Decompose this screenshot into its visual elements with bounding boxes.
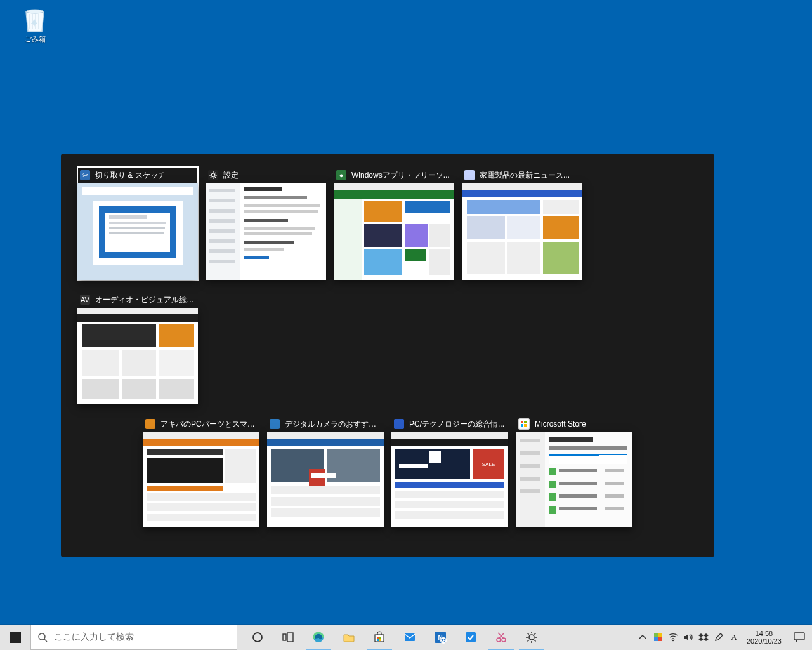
search-placeholder: ここに入力して検索 [54, 632, 134, 643]
window-title: 切り取り & スケッチ [95, 170, 166, 181]
taskbar-edge-button[interactable] [303, 625, 334, 650]
cortana-icon [251, 631, 264, 644]
snip-icon [495, 631, 508, 644]
svg-point-20 [253, 633, 262, 642]
svg-line-9 [215, 173, 216, 173]
svg-rect-35 [466, 632, 476, 642]
svg-rect-27 [379, 637, 381, 639]
svg-line-48 [534, 633, 535, 635]
recycle-bin-icon [22, 6, 48, 34]
svg-line-6 [211, 173, 211, 173]
taskbar-taskview-button[interactable] [273, 625, 303, 650]
task-view-window[interactable]: 家電製品の最新ニュース... [462, 167, 582, 280]
svg-line-46 [534, 640, 535, 641]
window-header: アキバのPCパーツとスマホ... [143, 416, 259, 432]
svg-rect-14 [10, 632, 15, 637]
neat-icon: N22 [434, 631, 447, 644]
task-view-window[interactable]: デジタルカメラのおすすめ... [267, 416, 384, 527]
taskbar-neat-button[interactable]: N22 [425, 625, 455, 650]
svg-rect-50 [658, 633, 662, 637]
taskbar-snip-button[interactable] [486, 625, 516, 650]
window-header: 家電製品の最新ニュース... [462, 167, 582, 183]
search-box[interactable]: ここに入力して検索 [30, 625, 237, 650]
tray-pen[interactable] [711, 625, 726, 650]
svg-rect-22 [287, 633, 293, 642]
task-view-window[interactable]: 設定 [206, 167, 326, 280]
window-thumbnail [77, 183, 198, 280]
window-thumbnail [77, 308, 198, 404]
taskbar-explorer-button[interactable] [334, 625, 364, 650]
tray-dropbox[interactable] [696, 625, 711, 650]
taskbar-mail-button[interactable] [395, 625, 425, 650]
window-header: ●Windowsアプリ・フリーソ... [334, 167, 454, 183]
svg-rect-30 [405, 633, 415, 641]
system-tray: A 14:58 2020/10/23 [635, 625, 812, 650]
window-thumbnail [462, 183, 582, 280]
task-view-window[interactable]: Microsoft Store [516, 416, 632, 527]
taskbar: ここに入力して検索 N22 A 14:58 2020/10/23 [0, 625, 812, 650]
mail-icon [403, 631, 416, 644]
task-view-window[interactable]: アキバのPCパーツとスマホ... [143, 416, 259, 527]
taskbar-clock[interactable]: 14:58 2020/10/23 [742, 630, 787, 645]
tray-ime[interactable]: A [726, 625, 742, 650]
svg-line-45 [528, 633, 529, 635]
window-header: ✂切り取り & スケッチ [77, 167, 198, 183]
svg-line-47 [528, 640, 529, 641]
window-thumbnail [267, 432, 384, 527]
window-thumbnail: SALE [391, 432, 508, 527]
window-header: 設定 [206, 167, 326, 183]
window-title: 家電製品の最新ニュース... [480, 170, 570, 181]
svg-point-40 [529, 635, 534, 640]
svg-rect-52 [658, 637, 662, 641]
window-title: PC/テクノロジーの総合情... [409, 419, 504, 430]
taskview-icon [282, 631, 294, 644]
wifi-icon [668, 633, 678, 642]
svg-rect-49 [654, 633, 658, 637]
task-view-window[interactable]: PC/テクノロジーの総合情...SALE [391, 416, 508, 527]
window-header: AVオーディオ・ビジュアル総合... [77, 291, 198, 308]
svg-point-0 [26, 10, 44, 13]
tray-wifi[interactable] [665, 625, 681, 650]
tray-volume[interactable] [681, 625, 696, 650]
window-title: Microsoft Store [535, 420, 586, 428]
recycle-bin[interactable]: ごみ箱 [13, 6, 57, 44]
svg-rect-12 [521, 424, 523, 427]
svg-line-7 [215, 177, 216, 178]
action-center-button[interactable] [787, 625, 812, 650]
window-header: Microsoft Store [516, 416, 632, 432]
svg-line-19 [44, 639, 47, 642]
window-title: デジタルカメラのおすすめ... [285, 419, 381, 430]
taskbar-settings-button[interactable] [516, 625, 547, 650]
tasks-icon [464, 631, 477, 644]
app-icon [394, 419, 404, 429]
window-title: 設定 [223, 170, 239, 181]
app-icon [145, 419, 155, 429]
task-view-window[interactable]: ✂切り取り & スケッチ [77, 167, 198, 280]
window-title: アキバのPCパーツとスマホ... [160, 419, 257, 430]
app-icon: AV [80, 295, 90, 305]
taskbar-store-button[interactable] [364, 625, 395, 650]
svg-rect-28 [377, 639, 379, 641]
start-button[interactable] [0, 625, 30, 650]
volume-icon [683, 633, 693, 642]
svg-point-53 [672, 640, 674, 641]
svg-rect-17 [15, 637, 21, 643]
chevron-up-icon [639, 633, 646, 641]
tray-defender[interactable] [650, 625, 665, 650]
svg-rect-29 [379, 639, 381, 641]
task-view-window[interactable]: AVオーディオ・ビジュアル総合... [77, 291, 198, 404]
svg-text:22: 22 [441, 639, 446, 643]
tray-chevron[interactable] [635, 625, 650, 650]
task-view-window[interactable]: ●Windowsアプリ・フリーソ... [334, 167, 454, 280]
window-thumbnail [206, 183, 326, 280]
explorer-icon [343, 631, 355, 644]
taskbar-tasks-button[interactable] [455, 625, 486, 650]
svg-rect-26 [377, 637, 379, 639]
windows-logo-icon [10, 632, 21, 643]
taskbar-cortana-button[interactable] [242, 625, 273, 650]
task-view-panel: ✂切り取り & スケッチ設定●Windowsアプリ・フリーソ...家電製品の最新… [61, 154, 714, 557]
edge-icon [312, 631, 325, 644]
svg-point-18 [39, 633, 45, 640]
window-thumbnail [143, 432, 259, 527]
svg-rect-11 [524, 421, 527, 423]
